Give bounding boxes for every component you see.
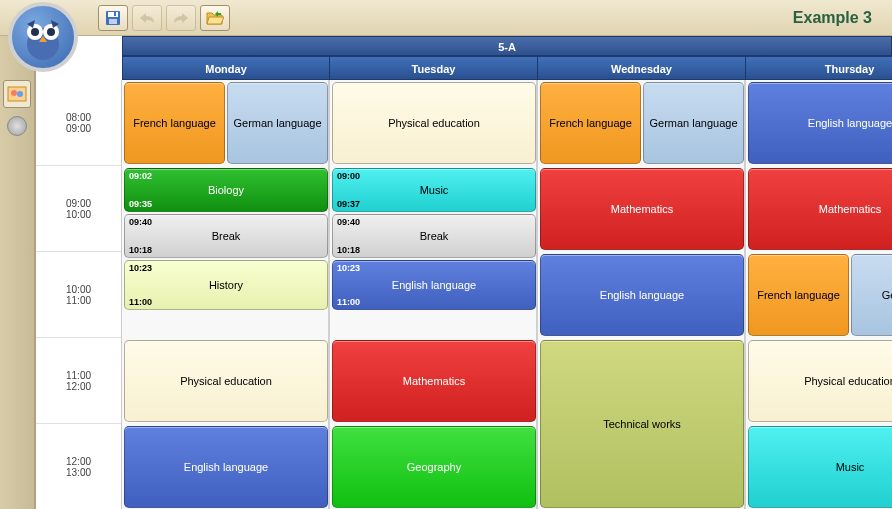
lesson-card[interactable]: Physical education (332, 82, 536, 164)
time-slot: 12:0013:00 (36, 424, 121, 509)
lesson-start-time: 09:02 (129, 171, 152, 181)
svg-point-11 (11, 90, 17, 96)
lesson-card[interactable]: French language (124, 82, 225, 164)
lesson-card[interactable]: Break09:4010:18 (332, 214, 536, 258)
svg-point-12 (17, 91, 23, 97)
lesson-card[interactable]: Music09:0009:37 (332, 168, 536, 212)
lesson-label: Mathematics (819, 203, 881, 215)
lesson-card[interactable]: English language (748, 82, 892, 164)
lesson-start-time: 09:40 (337, 217, 360, 227)
people-view-button[interactable] (3, 80, 31, 108)
lesson-start-time: 09:40 (129, 217, 152, 227)
lesson-card[interactable]: History10:2311:00 (124, 260, 328, 310)
day-header-wednesday: Wednesday (538, 56, 746, 80)
lesson-card[interactable]: German (851, 254, 892, 336)
lesson-label: Music (420, 184, 449, 196)
lesson-card[interactable]: English language10:2311:00 (332, 260, 536, 310)
lesson-label: Technical works (603, 418, 681, 430)
time-slot: 09:0010:00 (36, 166, 121, 252)
lesson-label: Physical education (180, 375, 272, 387)
lesson-label: French language (133, 117, 216, 129)
left-rail (0, 36, 36, 509)
lesson-start-time: 09:00 (337, 171, 360, 181)
lesson-label: Break (212, 230, 241, 242)
lesson-end-time: 09:37 (337, 199, 360, 209)
day-col-thursday[interactable]: English languageMathematicsFrench langua… (746, 80, 892, 509)
lesson-start-time: 10:23 (129, 263, 152, 273)
lesson-label: English language (392, 279, 476, 291)
lesson-label: English language (600, 289, 684, 301)
lesson-card[interactable]: French language (540, 82, 641, 164)
undo-arrow-icon (138, 11, 156, 25)
lesson-card[interactable]: Mathematics (748, 168, 892, 250)
lesson-label: English language (184, 461, 268, 473)
lesson-card[interactable]: English language (124, 426, 328, 508)
time-slot: 08:0009:00 (36, 80, 121, 166)
lesson-card[interactable]: Mathematics (540, 168, 744, 250)
lesson-label: History (209, 279, 243, 291)
class-header: 5-A (122, 36, 892, 56)
pin-button[interactable] (7, 116, 27, 136)
toolbar-buttons (98, 5, 230, 31)
open-button[interactable] (200, 5, 230, 31)
time-column: 08:0009:00 09:0010:00 10:0011:00 11:0012… (36, 80, 122, 509)
folder-open-icon (206, 10, 224, 26)
lesson-card[interactable]: French language (748, 254, 849, 336)
app-logo (8, 2, 78, 72)
lesson-end-time: 10:18 (337, 245, 360, 255)
time-slot: 10:0011:00 (36, 252, 121, 338)
lesson-label: German language (649, 117, 737, 129)
lesson-end-time: 10:18 (129, 245, 152, 255)
day-header-monday: Monday (122, 56, 330, 80)
lesson-label: English language (808, 117, 892, 129)
owl-icon (18, 12, 68, 62)
people-icon (7, 86, 27, 102)
time-slot: 11:0012:00 (36, 338, 121, 424)
day-col-tuesday[interactable]: Physical educationMusic09:0009:37Break09… (330, 80, 538, 509)
lesson-label: Mathematics (611, 203, 673, 215)
lesson-label: Physical education (388, 117, 480, 129)
lesson-label: Biology (208, 184, 244, 196)
lesson-label: German language (233, 117, 321, 129)
day-header-thursday: Thursday (746, 56, 892, 80)
lesson-card[interactable]: English language (540, 254, 744, 336)
day-col-wednesday[interactable]: French languageGerman languageMathematic… (538, 80, 746, 509)
lesson-label: French language (757, 289, 840, 301)
redo-arrow-icon (172, 11, 190, 25)
lesson-card[interactable]: Physical education (124, 340, 328, 422)
lesson-card[interactable]: German language (643, 82, 744, 164)
timetable-grid: French languageGerman languageBiology09:… (122, 80, 892, 509)
lesson-start-time: 10:23 (337, 263, 360, 273)
svg-point-3 (31, 28, 39, 36)
svg-point-4 (47, 28, 55, 36)
day-header-row: Monday Tuesday Wednesday Thursday (122, 56, 892, 80)
lesson-label: Break (420, 230, 449, 242)
lesson-card[interactable]: German language (227, 82, 328, 164)
lesson-label: French language (549, 117, 632, 129)
lesson-end-time: 11:00 (129, 297, 152, 307)
lesson-card[interactable]: Technical works (540, 340, 744, 508)
undo-button[interactable] (132, 5, 162, 31)
lesson-end-time: 11:00 (337, 297, 360, 307)
svg-rect-7 (108, 12, 118, 17)
lesson-card[interactable]: Break09:4010:18 (124, 214, 328, 258)
toolbar: Example 3 (0, 0, 892, 36)
lesson-card[interactable]: Mathematics (332, 340, 536, 422)
lesson-label: Geography (407, 461, 461, 473)
lesson-label: Mathematics (403, 375, 465, 387)
main-area: 5-A Monday Tuesday Wednesday Thursday 08… (0, 36, 892, 509)
lesson-card[interactable]: Biology09:0209:35 (124, 168, 328, 212)
lesson-label: Music (836, 461, 865, 473)
lesson-card[interactable]: Geography (332, 426, 536, 508)
svg-rect-8 (109, 19, 117, 24)
lesson-label: Physical education (804, 375, 892, 387)
save-button[interactable] (98, 5, 128, 31)
svg-rect-9 (114, 12, 116, 16)
day-col-monday[interactable]: French languageGerman languageBiology09:… (122, 80, 330, 509)
day-header-tuesday: Tuesday (330, 56, 538, 80)
lesson-card[interactable]: Music (748, 426, 892, 508)
redo-button[interactable] (166, 5, 196, 31)
floppy-icon (104, 9, 122, 27)
lesson-end-time: 09:35 (129, 199, 152, 209)
lesson-card[interactable]: Physical education (748, 340, 892, 422)
